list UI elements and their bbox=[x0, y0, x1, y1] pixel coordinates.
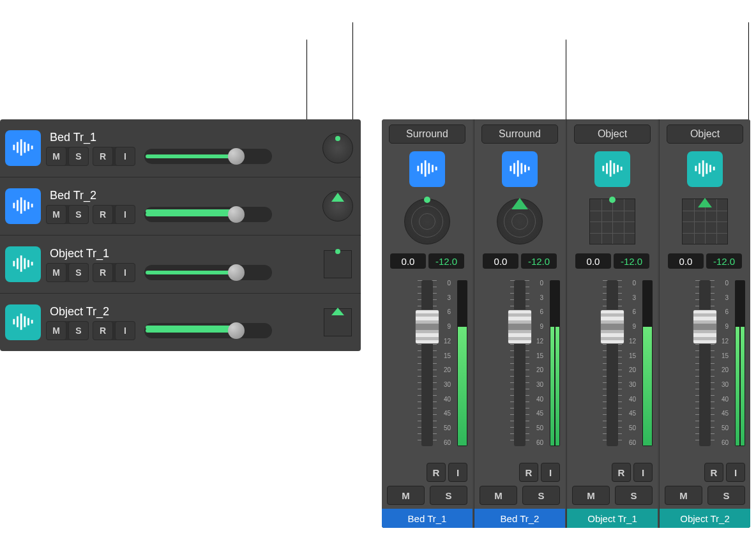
volume-slider[interactable] bbox=[144, 323, 272, 338]
svg-rect-30 bbox=[510, 165, 511, 171]
svg-rect-9 bbox=[24, 200, 26, 211]
solo-button[interactable]: S bbox=[522, 486, 560, 505]
peak-readout[interactable]: -12.0 bbox=[428, 253, 464, 269]
mute-button[interactable]: M bbox=[46, 147, 66, 166]
mute-button[interactable]: M bbox=[480, 486, 517, 505]
record-enable-button[interactable]: R bbox=[519, 463, 538, 482]
volume-readout[interactable]: 0.0 bbox=[483, 253, 518, 269]
svg-rect-40 bbox=[617, 165, 619, 172]
svg-rect-18 bbox=[13, 319, 15, 324]
svg-rect-27 bbox=[428, 163, 430, 174]
volume-readout[interactable]: 0.0 bbox=[575, 253, 611, 269]
track-name-label[interactable]: Bed Tr_1 bbox=[46, 131, 316, 144]
record-enable-button[interactable]: R bbox=[612, 463, 631, 482]
solo-button[interactable]: S bbox=[68, 147, 89, 166]
track-row[interactable]: Bed Tr_2 MS RI bbox=[0, 177, 361, 236]
channel-strip: Surround 0.0 -12.0 03691215203040455060 … bbox=[382, 119, 472, 528]
record-enable-button[interactable]: R bbox=[427, 463, 446, 482]
pan-control[interactable] bbox=[320, 188, 356, 224]
svg-rect-45 bbox=[706, 163, 707, 174]
output-mode-button[interactable]: Surround bbox=[481, 124, 558, 144]
level-meter bbox=[642, 280, 653, 446]
input-monitor-button[interactable]: I bbox=[115, 321, 135, 340]
input-monitor-button[interactable]: I bbox=[726, 463, 745, 482]
input-monitor-button[interactable]: I bbox=[115, 205, 135, 224]
volume-slider[interactable] bbox=[144, 207, 272, 222]
svg-rect-31 bbox=[513, 163, 515, 174]
record-enable-button[interactable]: R bbox=[93, 263, 113, 282]
pan-control[interactable] bbox=[320, 246, 356, 282]
solo-button[interactable]: S bbox=[68, 205, 89, 224]
audio-track-icon bbox=[409, 151, 445, 187]
channel-name-label[interactable]: Object Tr_1 bbox=[567, 509, 658, 528]
audio-track-icon bbox=[594, 151, 630, 187]
volume-fader[interactable] bbox=[607, 280, 618, 446]
surround-panner[interactable] bbox=[404, 199, 450, 244]
peak-readout[interactable]: -12.0 bbox=[521, 253, 557, 269]
record-enable-button[interactable]: R bbox=[93, 147, 113, 166]
svg-rect-1 bbox=[17, 142, 19, 153]
record-enable-button[interactable]: R bbox=[93, 205, 113, 224]
surround-panner[interactable] bbox=[497, 199, 543, 244]
channel-strip: Object 0.0 -12.0 03691215203040455060 RI… bbox=[566, 119, 658, 528]
volume-fader[interactable] bbox=[514, 280, 525, 446]
input-monitor-button[interactable]: I bbox=[448, 463, 467, 482]
audio-track-icon bbox=[502, 151, 538, 187]
svg-rect-38 bbox=[610, 160, 612, 177]
solo-button[interactable]: S bbox=[615, 486, 653, 505]
pan-control[interactable] bbox=[320, 130, 356, 166]
volume-fader[interactable] bbox=[421, 280, 433, 446]
mute-button[interactable]: M bbox=[46, 321, 66, 340]
solo-button[interactable]: S bbox=[68, 321, 89, 340]
track-name-label[interactable]: Object Tr_1 bbox=[46, 247, 316, 260]
mute-button[interactable]: M bbox=[387, 486, 425, 505]
channel-strip: Object 0.0 -12.0 03691215203040455060 RI… bbox=[659, 119, 750, 528]
db-scale: 03691215203040455060 bbox=[444, 280, 451, 446]
object-panner[interactable] bbox=[682, 199, 728, 244]
svg-rect-5 bbox=[31, 146, 33, 149]
svg-rect-35 bbox=[528, 167, 530, 170]
track-row[interactable]: Object Tr_1 MS RI bbox=[0, 236, 361, 294]
solo-button[interactable]: S bbox=[68, 263, 89, 282]
svg-rect-4 bbox=[27, 144, 29, 151]
channel-name-label[interactable]: Bed Tr_2 bbox=[474, 509, 565, 528]
input-monitor-button[interactable]: I bbox=[633, 463, 653, 482]
pan-control[interactable] bbox=[320, 304, 356, 340]
output-mode-button[interactable]: Object bbox=[667, 124, 743, 144]
mute-button[interactable]: M bbox=[572, 486, 610, 505]
mute-button[interactable]: M bbox=[46, 263, 66, 282]
volume-readout[interactable]: 0.0 bbox=[668, 253, 704, 269]
channel-name-label[interactable]: Bed Tr_1 bbox=[382, 509, 472, 528]
svg-rect-21 bbox=[24, 316, 26, 327]
svg-rect-24 bbox=[417, 165, 419, 171]
track-row[interactable]: Bed Tr_1 M S R I bbox=[0, 119, 361, 177]
solo-button[interactable]: S bbox=[707, 486, 745, 505]
volume-slider[interactable] bbox=[144, 265, 272, 280]
volume-fader[interactable] bbox=[699, 280, 711, 446]
peak-readout[interactable]: -12.0 bbox=[706, 253, 742, 269]
svg-rect-20 bbox=[20, 313, 22, 330]
mute-button[interactable]: M bbox=[46, 205, 66, 224]
svg-rect-43 bbox=[699, 163, 700, 174]
record-enable-button[interactable]: R bbox=[704, 463, 723, 482]
object-panner[interactable] bbox=[589, 199, 635, 244]
volume-slider[interactable] bbox=[144, 149, 272, 164]
output-mode-button[interactable]: Object bbox=[574, 124, 651, 144]
svg-rect-17 bbox=[31, 262, 33, 266]
channel-name-label[interactable]: Object Tr_2 bbox=[660, 509, 750, 528]
track-name-label[interactable]: Object Tr_2 bbox=[46, 305, 316, 319]
mute-button[interactable]: M bbox=[665, 486, 702, 505]
input-monitor-button[interactable]: I bbox=[541, 463, 560, 482]
track-row[interactable]: Object Tr_2 MS RI bbox=[0, 294, 361, 351]
svg-rect-15 bbox=[24, 258, 26, 269]
solo-button[interactable]: S bbox=[430, 486, 467, 505]
output-mode-button[interactable]: Surround bbox=[389, 124, 465, 144]
track-name-label[interactable]: Bed Tr_2 bbox=[46, 189, 316, 202]
volume-readout[interactable]: 0.0 bbox=[390, 253, 426, 269]
input-monitor-button[interactable]: I bbox=[115, 147, 135, 166]
peak-readout[interactable]: -12.0 bbox=[614, 253, 649, 269]
record-enable-button[interactable]: R bbox=[93, 321, 113, 340]
svg-rect-28 bbox=[432, 165, 434, 172]
input-monitor-button[interactable]: I bbox=[115, 263, 135, 282]
db-scale: 03691215203040455060 bbox=[722, 280, 729, 446]
